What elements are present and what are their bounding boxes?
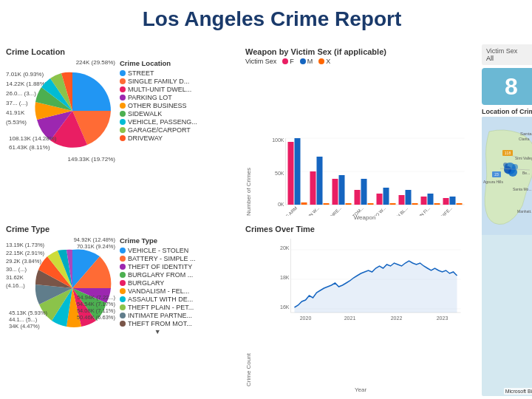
garage-label: GARAGE/CARPORT xyxy=(128,126,191,134)
ct-legend-9: INTIMATE PARTNE... xyxy=(120,312,196,319)
f-label: F xyxy=(290,58,294,65)
svg-text:Simi Valley: Simi Valley xyxy=(515,156,532,160)
svg-text:50K: 50K xyxy=(275,171,284,176)
crime-location-inner: 7.01K (0.93%) 14.22K (1.88%) 26.0... (3.… xyxy=(6,56,236,216)
ct-legend-title: Crime Type xyxy=(120,236,196,245)
ct-label-l-2: BATTERY - SIMPLE ... xyxy=(128,255,196,262)
svg-rect-12 xyxy=(324,203,330,205)
ct-label-l-10: THEFT FROM MOT... xyxy=(128,320,192,327)
number-card: 8 xyxy=(482,68,532,105)
svg-rect-9 xyxy=(301,202,307,205)
svg-text:Manhatt...: Manhatt... xyxy=(517,209,532,214)
ct-legend-10: THEFT FROM MOT... xyxy=(120,320,196,327)
vs-filter-value: All xyxy=(486,55,532,62)
crime-type-pie: 13.19K (1.73%) 22.15K (2.91%) 29.2K (3.8… xyxy=(6,233,117,343)
legend-title: Crime Location xyxy=(120,59,197,67)
sfd-dot xyxy=(120,78,126,84)
line-svg: 20K 18K 16K 2020 2021 2022 2023 xyxy=(253,235,476,331)
svg-rect-27 xyxy=(434,203,440,205)
ct-label-l-4: BURGLARY FROM ... xyxy=(128,271,193,279)
svg-rect-24 xyxy=(412,203,418,205)
other-biz-label: OTHER BUSINESS xyxy=(128,102,187,109)
legend-vehicle-p: VEHICLE, PASSENG... xyxy=(120,118,197,126)
svg-text:20K: 20K xyxy=(280,245,290,250)
m-label: M xyxy=(307,58,313,65)
ct-dot-6 xyxy=(120,288,126,294)
svg-text:Clarita: Clarita xyxy=(519,137,530,141)
svg-rect-19 xyxy=(377,194,383,205)
ct-label-l-7: ASSAULT WITH DE... xyxy=(128,296,193,303)
ct-legend-5: BURGLARY xyxy=(120,279,196,287)
svg-text:Be...: Be... xyxy=(522,171,530,175)
pie-bottom-label: 149.33K (19.72%) xyxy=(68,156,116,163)
svg-rect-14 xyxy=(339,175,345,205)
svg-rect-16 xyxy=(355,190,361,205)
svg-text:UNKNOWN FI...: UNKNOWN FI... xyxy=(405,205,431,216)
pie-bl2-label: 108.13K (14.28%) xyxy=(9,135,57,142)
legend-items: STREET SINGLE FAMILY D... MULTI-UNIT DWE… xyxy=(120,69,197,142)
bar-chart-wrapper: Number of Crimes 100K 50K 0K xyxy=(245,66,476,216)
crime-type-inner: 13.19K (1.73%) 22.15K (2.91%) 29.2K (3.8… xyxy=(6,233,236,393)
weapon-panel: Weapon by Victim Sex (if applicable) Vic… xyxy=(242,44,479,219)
svg-rect-7 xyxy=(288,142,294,205)
sfd-label: SINGLE FAMILY D... xyxy=(128,78,189,85)
parking-label: PARKING LOT xyxy=(128,94,172,101)
legend-parking: PARKING LOT xyxy=(120,94,197,101)
svg-rect-11 xyxy=(317,157,323,205)
weapon-chart-title: Weapon by Victim Sex (if applicable) xyxy=(245,47,476,56)
parking-dot xyxy=(120,95,126,100)
vs-f: F xyxy=(282,58,294,65)
victim-sex-text: Victim Sex xyxy=(245,58,276,65)
ct-legend-items: VEHICLE - STOLEN BATTERY - SIMPLE ... TH… xyxy=(120,247,196,327)
svg-rect-26 xyxy=(428,194,434,205)
map-title: Location of Crime xyxy=(482,108,532,115)
weapon-bar-svg: 100K 50K 0K xyxy=(253,134,476,216)
svg-rect-13 xyxy=(332,179,338,205)
crime-location-pie: 7.01K (0.93%) 14.22K (1.88%) 26.0... (3.… xyxy=(6,56,117,166)
crime-type-more-btn[interactable]: ▼ xyxy=(120,327,196,336)
right-panels: Victim Sex All 8 Location of Crime xyxy=(482,44,532,396)
main-content: Crime Location 7.01K (0.93%) 14.22K (1.8… xyxy=(0,44,532,399)
ct-dot-1 xyxy=(120,248,126,253)
map-panel: Santa Clarita Simi Valley Agoura Hills S… xyxy=(482,117,532,396)
weapon-y-axis-label: Number of Crimes xyxy=(245,168,252,216)
ct-right-bottom-labels: 54.94K (7.22...) 54.54K (7.17%) 54.08K (… xyxy=(77,294,115,321)
svg-rect-18 xyxy=(368,203,374,205)
svg-rect-30 xyxy=(457,203,463,205)
street-label: STREET xyxy=(128,69,154,77)
svg-rect-29 xyxy=(450,197,456,205)
legend-other-biz: OTHER BUSINESS xyxy=(120,102,197,109)
ct-legend-6: VANDALISM - FEL... xyxy=(120,287,196,295)
ct-legend-2: BATTERY - SIMPLE ... xyxy=(120,255,196,262)
vehicle-p-label: VEHICLE, PASSENG... xyxy=(128,118,197,126)
weapon-bar-chart: 100K 50K 0K xyxy=(253,134,476,216)
vs-x: X xyxy=(318,58,330,65)
mud-dot xyxy=(120,86,126,92)
pie-top-label: 224K (29.58%) xyxy=(76,59,115,66)
vehicle-p-dot xyxy=(120,119,126,125)
ct-label-l-9: INTIMATE PARTNE... xyxy=(128,312,192,319)
svg-text:2020: 2020 xyxy=(300,316,312,321)
ct-label-l-8: THEFT PLAIN - PET... xyxy=(128,304,194,311)
f-dot xyxy=(282,58,288,64)
crimes-time-title: Crimes Over Time xyxy=(245,225,476,233)
svg-text:0K: 0K xyxy=(278,202,284,207)
mud-label: MULTI-UNIT DWEL... xyxy=(128,86,191,93)
map-container: Location of Crime xyxy=(482,108,532,396)
crime-location-legend: Crime Location STREET SINGLE FAMILY D...… xyxy=(120,56,197,216)
map-attribution: Microsoft Bing xyxy=(504,388,532,395)
ct-dot-2 xyxy=(120,256,126,262)
m-dot xyxy=(300,58,306,64)
ct-r-label-6: 50.46K (6.63%) xyxy=(77,314,115,321)
ct-r-label-2: 70.31K (9.24%) xyxy=(74,243,115,250)
svg-rect-28 xyxy=(443,198,449,205)
line-y-label: Crime Count xyxy=(245,235,252,386)
ct-dot-3 xyxy=(120,264,126,270)
victim-sex-legend: Victim Sex F M X xyxy=(245,58,476,65)
vs-filter-label: Victim Sex xyxy=(486,47,532,55)
x-dot xyxy=(318,58,324,64)
svg-text:Santa Mo...: Santa Mo... xyxy=(513,187,532,191)
ct-label-l-5: BURGLARY xyxy=(128,279,164,287)
svg-text:18K: 18K xyxy=(280,275,290,280)
victim-sex-filter: Victim Sex All xyxy=(482,44,532,65)
